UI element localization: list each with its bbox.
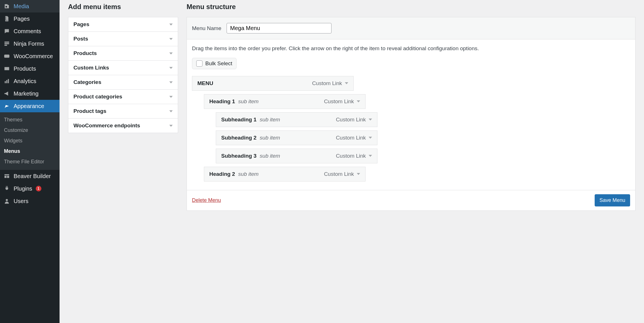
sidebar-item-analytics[interactable]: Analytics [0, 75, 60, 87]
menu-name-input[interactable] [227, 23, 331, 33]
media-icon [3, 3, 10, 10]
menu-item-title: Heading 1 [209, 98, 235, 104]
chevron-down-icon[interactable] [369, 137, 372, 139]
users-icon [3, 198, 10, 204]
forms-icon [3, 40, 10, 47]
sidebar-item-label: Pages [14, 16, 30, 22]
accordion-section-custom-links: Custom Links [68, 60, 178, 75]
accordion-toggle[interactable]: Posts [68, 32, 178, 46]
sidebar-item-ninja-forms[interactable]: Ninja Forms [0, 37, 60, 50]
sidebar-item-beaver-builder[interactable]: Beaver Builder [0, 170, 60, 182]
submenu-item-theme-file-editor[interactable]: Theme File Editor [0, 157, 60, 167]
submenu-item-menus[interactable]: Menus [0, 146, 60, 157]
update-badge: 1 [36, 186, 41, 191]
chevron-down-icon [169, 96, 173, 98]
accordion-section-posts: Posts [68, 31, 178, 46]
accordion-toggle[interactable]: Categories [68, 75, 178, 89]
sidebar-item-plugins[interactable]: Plugins1 [0, 182, 60, 195]
add-menu-items-column: Add menu items PagesPostsProductsCustom … [68, 0, 178, 211]
sidebar-item-label: Ninja Forms [14, 41, 44, 47]
menu-item-type: Custom Link [312, 80, 348, 86]
accordion-toggle[interactable]: Custom Links [68, 61, 178, 75]
menu-item-subtext: sub item [237, 171, 259, 177]
menu-item-title: MENU [197, 80, 213, 86]
chevron-down-icon [169, 52, 173, 54]
chevron-down-icon [169, 81, 173, 83]
chevron-down-icon [169, 67, 173, 69]
submenu-item-widgets[interactable]: Widgets [0, 136, 60, 146]
accordion-section-label: Products [73, 50, 97, 56]
sidebar-item-users[interactable]: Users [0, 195, 60, 207]
sidebar-item-products[interactable]: Products [0, 62, 60, 75]
menu-item-title: Heading 2 [209, 171, 235, 177]
menu-item-type: Custom Link [336, 117, 372, 123]
accordion-section-product-categories: Product categories [68, 89, 178, 104]
accordion-toggle[interactable]: WooCommerce endpoints [68, 119, 178, 133]
sidebar-item-media[interactable]: Media [0, 0, 60, 12]
sidebar-item-label: Analytics [14, 78, 36, 85]
menu-item[interactable]: MENUCustom Link [192, 76, 354, 91]
sidebar-item-marketing[interactable]: Marketing [0, 87, 60, 100]
accordion-section-label: Pages [73, 21, 89, 28]
menu-item-subtext: sub item [258, 135, 280, 141]
accordion-section-label: Product tags [73, 108, 106, 114]
sidebar-item-pages[interactable]: Pages [0, 12, 60, 25]
menu-structure-help: Drag the items into the order you prefer… [192, 45, 630, 53]
menu-item[interactable]: Heading 1 sub itemCustom Link [204, 94, 366, 109]
menu-structure-title: Menu structure [187, 3, 635, 11]
chevron-down-icon[interactable] [357, 100, 360, 102]
menu-name-label: Menu Name [192, 25, 221, 31]
plugins-icon [3, 185, 10, 192]
submenu-item-themes[interactable]: Themes [0, 115, 60, 125]
appearance-icon [3, 103, 10, 109]
menu-item-subtext: sub item [237, 98, 259, 104]
chevron-down-icon[interactable] [357, 173, 360, 175]
accordion-section-woocommerce-endpoints: WooCommerce endpoints [68, 118, 178, 133]
menu-item-type: Custom Link [324, 98, 360, 105]
accordion-toggle[interactable]: Pages [68, 17, 178, 31]
menu-item[interactable]: Subheading 3 sub itemCustom Link [216, 149, 377, 163]
menu-item-type: Custom Link [336, 153, 372, 159]
accordion-section-label: Product categories [73, 94, 122, 100]
menu-items-list: MENUCustom Link Heading 1 sub itemCustom… [192, 76, 630, 181]
accordion-section-categories: Categories [68, 75, 178, 89]
chevron-down-icon[interactable] [345, 82, 348, 84]
chevron-down-icon [169, 110, 173, 112]
sidebar-item-label: Plugins [14, 185, 32, 192]
sidebar-item-label: Beaver Builder [14, 173, 51, 180]
chevron-down-icon [169, 125, 173, 127]
sidebar-item-label: Marketing [14, 90, 39, 97]
main-content: Add menu items PagesPostsProductsCustom … [60, 0, 644, 323]
chevron-down-icon[interactable] [369, 155, 372, 157]
submenu-item-customize[interactable]: Customize [0, 125, 60, 136]
menu-structure-panel: Menu Name Drag the items into the order … [187, 17, 635, 211]
woo-icon [3, 53, 10, 60]
menu-item[interactable]: Heading 2 sub itemCustom Link [204, 167, 366, 181]
menu-item-subtext: sub item [258, 153, 280, 159]
sidebar-item-label: Media [14, 3, 29, 10]
menu-item[interactable]: Subheading 1 sub itemCustom Link [216, 112, 377, 127]
chevron-down-icon[interactable] [369, 119, 372, 121]
products-icon [3, 65, 10, 72]
menu-name-row: Menu Name [187, 17, 635, 39]
comments-icon [3, 28, 10, 35]
add-menu-items-title: Add menu items [68, 3, 178, 11]
sidebar-submenu: ThemesCustomizeWidgetsMenusTheme File Ed… [0, 112, 60, 170]
sidebar-item-label: Users [14, 198, 28, 204]
accordion-toggle[interactable]: Products [68, 46, 178, 60]
bulk-select-toggle[interactable]: Bulk Select [192, 58, 237, 69]
sidebar-item-woocommerce[interactable]: WooCommerce [0, 50, 60, 62]
marketing-icon [3, 90, 10, 97]
sidebar-item-comments[interactable]: Comments [0, 25, 60, 37]
accordion-section-label: Categories [73, 79, 101, 85]
delete-menu-link[interactable]: Delete Menu [192, 197, 221, 203]
save-menu-button[interactable]: Save Menu [595, 194, 630, 206]
menu-structure-footer: Delete Menu Save Menu [187, 190, 635, 210]
beaver-icon [3, 173, 10, 180]
chevron-down-icon [169, 38, 173, 40]
bulk-select-checkbox[interactable] [196, 60, 202, 67]
accordion-toggle[interactable]: Product categories [68, 90, 178, 104]
sidebar-item-appearance[interactable]: Appearance [0, 100, 60, 112]
accordion-toggle[interactable]: Product tags [68, 104, 178, 118]
menu-item[interactable]: Subheading 2 sub itemCustom Link [216, 130, 377, 145]
